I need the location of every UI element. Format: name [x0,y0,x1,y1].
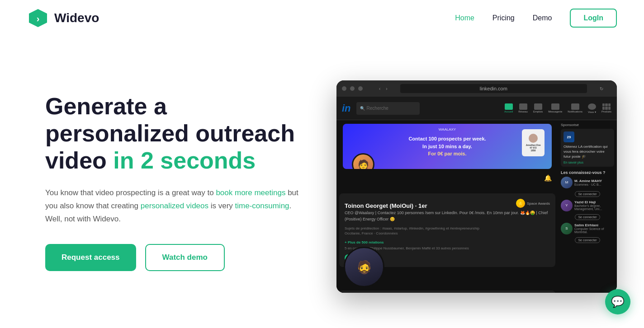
banner-text: Contact 100 prospects per week. In just … [408,135,486,158]
li-vous-icon[interactable]: Vous ▾ [588,103,596,113]
connect-button-1[interactable]: Se connecter [575,214,600,220]
profile-title: CEO @Waalaxy | Contactez 100 personnes /… [345,210,550,222]
browser-dot-2 [350,86,355,91]
award-text: Space Awards [527,201,550,206]
bell-row: 🔔 [339,173,555,183]
connect-button-0[interactable]: Se connecter [575,191,600,197]
browser-forward-icon[interactable]: › [386,86,387,91]
nav-home[interactable]: Home [455,14,474,22]
profile-tags: Sujets de prédilection : #saas, #startup… [345,226,550,231]
li-messagerie-icon[interactable]: Messagerie [548,103,562,113]
person-info-0: M. Amine MAHY Ecommes · UC B... [574,179,614,186]
hero-buttons: Request access Watch demo [45,244,298,271]
linkedin-main: in 🔍 Recherche Accueil [336,97,617,293]
linkedin-top-icons: Accueil Réseau Emplois [504,103,611,113]
banner-badge: WAALAXY [439,127,456,131]
hero-desc-part3: is very [208,201,235,210]
browser-back-icon[interactable]: ‹ [379,86,380,91]
hero-link-videos[interactable]: personalized videos [141,201,208,210]
person-title-2: Computer Science of Montréal. [574,227,614,234]
hero-left: Generate a personalized outreach video i… [45,93,298,271]
browser-dot-1 [342,86,346,91]
person-card-1: Y Yazid El Haji Bachelor's degree, Manag… [561,200,614,211]
hero-link-meetings[interactable]: book more meetings [216,188,285,197]
linkedin-logo: in [342,103,351,114]
person-card-0: M M. Amine MAHY Ecommes · UC B... [561,177,614,188]
header: › Widevo Home Pricing Demo LogIn [0,0,644,36]
li-emplois-icon[interactable]: Emplois [533,103,543,113]
hero-link-timeconsuming: time-consuming [235,201,289,210]
hero-description: You know that video prospecting is a gre… [45,187,298,226]
svg-text:›: › [37,14,40,23]
chat-bubble[interactable]: 💬 [605,289,630,314]
li-notifications-icon[interactable]: Notifications [568,103,582,113]
linkedin-search-input[interactable]: 🔍 Recherche [356,102,420,115]
person-avatar-1: Y [561,200,573,211]
browser-url-bar[interactable]: linkedin.com [400,84,587,93]
browser-refresh-icon[interactable]: ↻ [600,86,603,91]
ad-card: 29 Obtenez LA certification qui vous fer… [561,129,614,167]
profile-connections: + Plus de 500 relations [345,240,384,244]
chat-icon: 💬 [611,295,625,308]
person-title-0: Ecommes · UC B... [574,183,614,186]
browser-mockup: ‹ › linkedin.com ↻ in 🔍 Recherche [336,80,617,293]
space-awards: ⭐ Space Awards [516,199,550,208]
bell-icon[interactable]: 🔔 [544,174,552,182]
know-you-title: Les connaissez-vous ? [561,170,614,175]
search-icon: 🔍 [360,106,365,111]
search-placeholder-text: Recherche [367,106,388,111]
person-name-0: M. Amine MAHY [574,179,614,183]
browser-url-text: linkedin.com [480,86,507,91]
banner-avatar-image: 🧑 [353,155,373,169]
logo-icon: › [27,7,49,29]
person-name-1: Yazid El Haji [574,200,614,204]
ad-logo: 29 [564,131,574,142]
watch-demo-button[interactable]: Watch demo [145,244,225,271]
linkedin-profile-section: Toinon Georget (MoiOui) · 1er CEO @Waala… [339,193,555,267]
linkedin-banner-ad: WAALAXY Contact 100 prospects per week. … [343,124,552,169]
linkedin-search-bar: in 🔍 Recherche Accueil [336,97,617,120]
login-button[interactable]: LogIn [570,9,617,28]
connect-button-2[interactable]: Se connecter [575,237,600,243]
hero-desc-part1: You know that video prospecting is a gre… [45,188,216,197]
person-info-2: Salim Elrhlani Computer Science of Montr… [574,223,614,234]
profile-location: Occitanie, France · Coordonnées [345,231,550,235]
hero-title: Generate a personalized outreach video i… [45,93,298,174]
banner-avatar: 🧑 [352,153,374,169]
linkedin-right-sidebar: Sponsorisé 29 Obtenez LA certification q… [558,120,617,293]
banner-card: Jonathan Doe 47 572 1850 [522,129,545,156]
request-access-button[interactable]: Request access [45,244,136,271]
browser-dot-3 [358,86,363,91]
li-produits-icon[interactable]: Produits [601,103,611,113]
learn-more-link[interactable]: En savoir plus [564,161,611,164]
video-bubble: 🧔 [344,247,384,287]
browser-content: in 🔍 Recherche Accueil [336,97,617,293]
hero-title-highlight: in 2 seconds [113,147,256,173]
person-title-1: Bachelor's degree, Management, Uni... [574,204,614,211]
linkedin-feed: WAALAXY Contact 100 prospects per week. … [336,120,617,293]
li-reseau-icon[interactable]: Réseau [518,103,528,113]
feed-center: WAALAXY Contact 100 prospects per week. … [336,120,558,293]
nav-pricing[interactable]: Pricing [492,14,515,22]
person-name-2: Salim Elrhlani [574,223,614,227]
logo-area: › Widevo [27,7,99,29]
nav-demo[interactable]: Demo [533,14,552,22]
ad-text: Obtenez LA certification qui vous fera d… [564,144,611,159]
profile-mutual: 5 en commun : Philippe Nussbaumer, Benja… [345,246,550,250]
nav: Home Pricing Demo LogIn [455,9,617,28]
person-avatar-2: S [561,223,573,234]
hero-section: Generate a personalized outreach video i… [0,36,644,328]
li-accueil-icon[interactable]: Accueil [504,103,513,113]
sponsored-label: Sponsorisé [561,123,614,127]
logo-text: Widevo [54,11,99,25]
linkedin-post: Make Up 06 | La méthode secrète 🎃 pour g… [339,291,555,293]
hero-right: ‹ › linkedin.com ↻ in 🔍 Recherche [317,71,617,293]
browser-bar: ‹ › linkedin.com ↻ [336,80,617,97]
video-person-emoji: 🧔 [356,260,372,275]
person-card-2: S Salim Elrhlani Computer Science of Mon… [561,223,614,234]
person-avatar-0: M [561,177,573,188]
person-info-1: Yazid El Haji Bachelor's degree, Managem… [574,200,614,211]
award-icon: ⭐ [516,199,525,208]
